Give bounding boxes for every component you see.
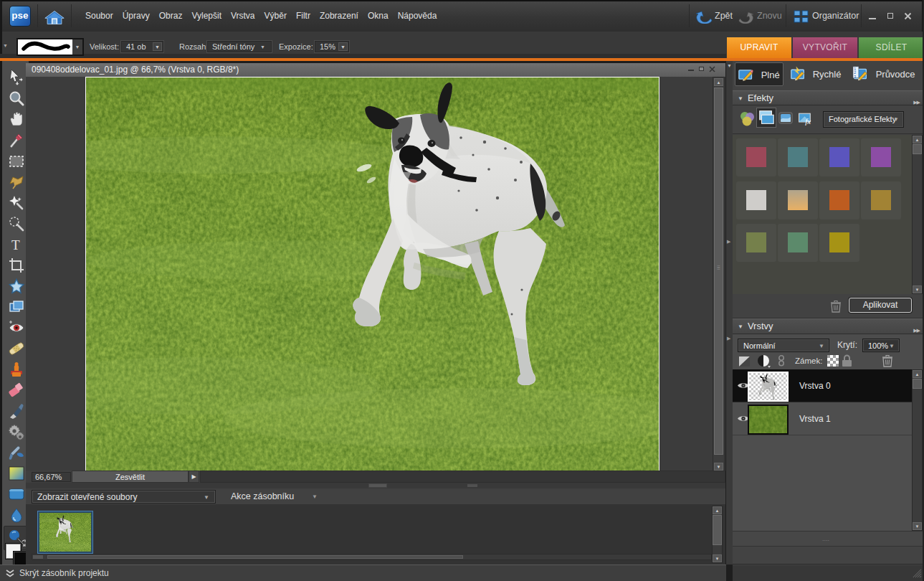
svg-text:T: T — [11, 237, 20, 252]
svg-text:fx: fx — [805, 117, 811, 126]
svg-text:3: 3 — [854, 75, 856, 79]
